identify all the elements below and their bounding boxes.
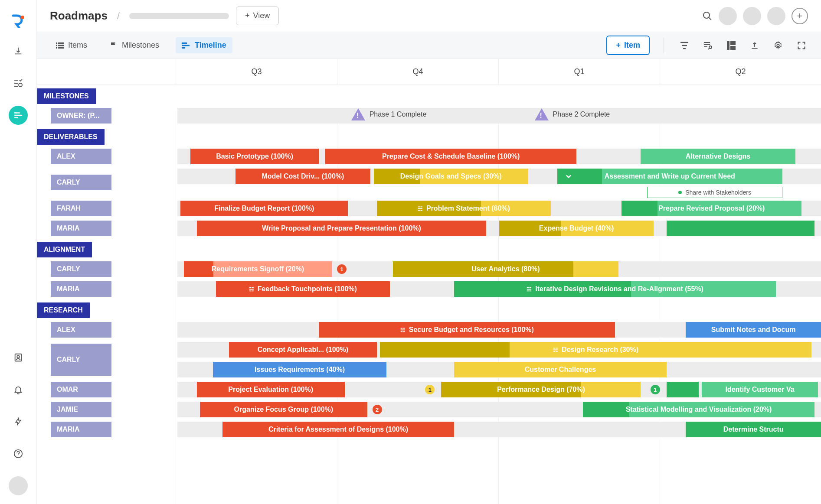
- timeline-bar[interactable]: Basic Prototype (100%): [190, 149, 319, 164]
- timeline-bar[interactable]: Organize Focus Group (100%): [200, 402, 367, 417]
- timeline-bar[interactable]: Prepare Cost & Schedule Baseline (100%): [325, 149, 576, 164]
- timeline-bar[interactable]: Determine Structu: [686, 422, 821, 437]
- owner-label[interactable]: ALEX: [51, 149, 111, 164]
- owner-label[interactable]: MARIA: [51, 221, 111, 236]
- bolt-icon[interactable]: [9, 412, 28, 431]
- bar-label: ☵Secure Budget and Resources (100%): [396, 326, 538, 334]
- timeline-bar[interactable]: ☵Feedback Touchpoints (100%): [216, 281, 390, 297]
- svg-point-18: [777, 44, 779, 47]
- timeline-bar[interactable]: Assessment and Write up Current Need: [557, 169, 782, 184]
- owner-label[interactable]: CARLY: [51, 261, 111, 277]
- timeline-bar[interactable]: ☵Secure Budget and Resources (100%): [319, 322, 615, 338]
- timeline-bar[interactable]: Expense Budget (40%): [499, 221, 654, 236]
- breadcrumb-placeholder[interactable]: [129, 13, 229, 19]
- section-header[interactable]: DELIVERABLES: [37, 129, 105, 145]
- fullscreen-icon[interactable]: [795, 41, 808, 50]
- timeline-bar[interactable]: Requirements Signoff (20%): [184, 261, 332, 277]
- timeline-bar[interactable]: Criteria for Assessment of Designs (100%…: [222, 422, 454, 437]
- milestone-label: Phase 1 Complete: [370, 111, 427, 118]
- list-check-icon[interactable]: [9, 74, 28, 93]
- link-filter-icon[interactable]: [701, 41, 714, 50]
- timeline-bar[interactable]: Issues Requirements (40%): [213, 362, 387, 377]
- tab-timeline[interactable]: Timeline: [176, 37, 232, 53]
- contact-icon[interactable]: [9, 348, 28, 367]
- owner-label[interactable]: OMAR: [51, 382, 111, 397]
- gear-icon[interactable]: [772, 41, 785, 50]
- layout-icon[interactable]: [725, 41, 738, 50]
- svg-rect-11: [182, 42, 187, 44]
- timeline-bar[interactable]: User Analytics (80%): [393, 261, 618, 277]
- timeline-bar[interactable]: Model Cost Driv... (100%): [236, 169, 371, 184]
- count-badge[interactable]: 1: [337, 264, 347, 274]
- owner-label[interactable]: FARAH: [51, 201, 111, 216]
- timeline-bar[interactable]: [667, 382, 699, 397]
- export-icon[interactable]: [748, 41, 761, 50]
- bar-label: Customer Challenges: [520, 366, 600, 374]
- timeline-icon[interactable]: [9, 106, 28, 125]
- user-avatar-2[interactable]: [743, 7, 761, 25]
- quarter-q3: Q3: [176, 59, 337, 85]
- search-icon[interactable]: [702, 11, 713, 21]
- timeline-bar[interactable]: Performance Design (70%): [441, 382, 641, 397]
- timeline-bar[interactable]: Prepare Revised Proposal (20%): [621, 201, 802, 216]
- count-badge[interactable]: 1: [651, 385, 660, 394]
- timeline-bar[interactable]: ☵Iterative Design Revisions and Re-Align…: [454, 281, 776, 297]
- timeline-bar[interactable]: ☵Problem Statement (60%): [377, 201, 551, 216]
- topbar: Roadmaps / + View +: [37, 0, 821, 32]
- timeline-bar[interactable]: Finalize Budget Report (100%): [180, 201, 348, 216]
- owner-label[interactable]: JAMIE: [51, 402, 111, 417]
- svg-rect-7: [56, 47, 57, 49]
- section-header[interactable]: MILESTONES: [37, 88, 96, 104]
- svg-rect-6: [56, 45, 57, 46]
- bar-label: ☵Iterative Design Revisions and Re-Align…: [522, 285, 708, 293]
- subtask-icon: ☵: [527, 286, 532, 293]
- owner-label[interactable]: MARIA: [51, 281, 111, 297]
- timeline-bar[interactable]: Identify Customer Va: [702, 382, 818, 397]
- owner-label[interactable]: CARLY: [51, 175, 111, 190]
- add-user-button[interactable]: +: [792, 8, 808, 24]
- app-logo[interactable]: [10, 13, 26, 29]
- owner-label[interactable]: OWNER: (P...: [51, 108, 111, 124]
- warning-icon: [535, 108, 549, 120]
- bell-icon[interactable]: [9, 380, 28, 399]
- filter-icon[interactable]: [678, 41, 691, 50]
- timeline-bar[interactable]: Design Goals and Specs (30%): [374, 169, 528, 184]
- help-icon[interactable]: [9, 444, 28, 463]
- owner-label[interactable]: CARLY: [51, 344, 111, 376]
- user-avatar-3[interactable]: [767, 7, 785, 25]
- chevron-down-icon[interactable]: [564, 172, 573, 181]
- timeline-bar[interactable]: Alternative Designs: [641, 149, 795, 164]
- timeline-bar[interactable]: Submit Notes and Docum: [686, 322, 821, 338]
- tab-milestones[interactable]: Milestones: [104, 37, 165, 53]
- user-avatar[interactable]: [9, 476, 28, 495]
- milestone-marker[interactable]: Phase 2 Complete: [535, 108, 610, 120]
- count-badge[interactable]: 1: [425, 385, 435, 394]
- count-badge[interactable]: 2: [373, 405, 382, 414]
- tab-items-label: Items: [68, 41, 87, 50]
- owner-label[interactable]: ALEX: [51, 322, 111, 338]
- section-header[interactable]: ALIGNMENT: [37, 242, 92, 257]
- timeline-bar[interactable]: Statistical Modelling and Visualization …: [583, 402, 814, 417]
- timeline-bar[interactable]: [667, 221, 814, 236]
- milestone-marker[interactable]: Phase 1 Complete: [351, 108, 427, 120]
- download-icon[interactable]: [9, 42, 28, 61]
- tab-items[interactable]: Items: [50, 37, 93, 53]
- timeline-bar[interactable]: ☵Design Research (30%): [380, 342, 811, 358]
- bar-label: Requirements Signoff (20%): [207, 265, 308, 273]
- timeline-bar[interactable]: Customer Challenges: [454, 362, 667, 377]
- svg-point-4: [703, 12, 710, 18]
- plus-icon: +: [245, 11, 250, 20]
- section-header[interactable]: RESEARCH: [37, 302, 90, 318]
- svg-rect-10: [58, 47, 64, 49]
- add-item-button[interactable]: + Item: [606, 36, 650, 55]
- bar-label: Determine Structu: [719, 426, 788, 433]
- add-view-button[interactable]: + View: [236, 7, 279, 25]
- user-avatar-1[interactable]: [719, 7, 737, 25]
- owner-label[interactable]: MARIA: [51, 422, 111, 437]
- timeline-bar[interactable]: Write Proposal and Prepare Presentation …: [197, 221, 487, 236]
- sub-item[interactable]: Share with Stakeholders: [647, 187, 782, 198]
- svg-rect-9: [58, 45, 64, 46]
- timeline-bar[interactable]: Concept Applicabl... (100%): [229, 342, 377, 358]
- bar-label: ☵Design Research (30%): [549, 346, 643, 354]
- timeline-bar[interactable]: Project Evaluation (100%): [197, 382, 345, 397]
